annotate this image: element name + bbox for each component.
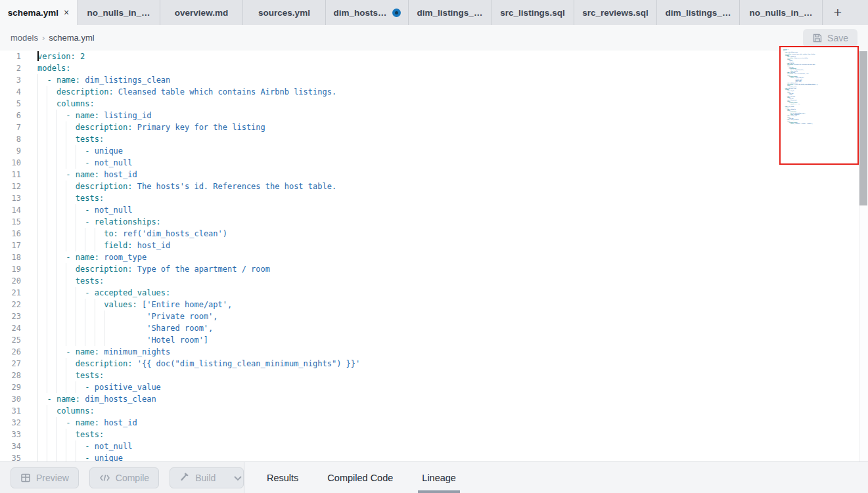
line-number: 9 (0, 145, 21, 157)
plus-icon: + (834, 5, 842, 20)
code-line: 10 - not_null (0, 157, 868, 169)
hammer-icon (179, 471, 190, 484)
tab-label: no_nulls_in_… (87, 8, 150, 18)
editor-scrollbar-thumb[interactable] (859, 51, 867, 205)
code-brackets-icon (99, 473, 110, 482)
editor-tab-2[interactable]: overview.md (160, 0, 243, 25)
line-number: 23 (0, 311, 21, 322)
active-tab-underline (418, 490, 460, 493)
editor-tab-3[interactable]: sources.yml (243, 0, 326, 25)
line-number: 2 (0, 62, 21, 74)
code-line: 26 - name: minimum_nights (0, 346, 868, 358)
line-number: 31 (0, 405, 21, 417)
code-line: 2models: (0, 62, 868, 74)
code-line: 20 tests: (0, 275, 868, 287)
editor-tab-4[interactable]: dim_hosts… (326, 0, 409, 25)
code-line: 3 - name: dim_listings_clean (0, 74, 868, 86)
code-line: 32 - name: host_id (0, 417, 868, 429)
minimap-red-highlight[interactable]: version: 2models: - name: dim_listings_c… (779, 46, 859, 165)
code-line: 29 - positive_value (0, 381, 868, 393)
code-line: 9 - unique (0, 145, 868, 157)
line-number: 6 (0, 110, 21, 121)
code-line: 23 'Private room', (0, 311, 868, 322)
preview-button[interactable]: Preview (11, 467, 79, 488)
breadcrumb-bar: models › schema.yml Save (0, 25, 868, 51)
chevron-right-icon: › (42, 33, 45, 43)
panel-tab-label: Lineage (422, 473, 456, 483)
breadcrumb-folder[interactable]: models (11, 33, 38, 43)
build-button[interactable]: Build (170, 468, 225, 488)
line-number: 33 (0, 429, 21, 440)
panel-tab-compiled-code[interactable]: Compiled Code (323, 462, 397, 493)
close-icon[interactable]: × (64, 8, 69, 17)
editor-tab-1[interactable]: no_nulls_in_… (78, 0, 160, 25)
line-number: 7 (0, 121, 21, 133)
code-line: 22 values: ['Entire home/apt', (0, 299, 868, 311)
line-number: 17 (0, 240, 21, 251)
code-line: 6 - name: listing_id (0, 110, 868, 121)
tab-label: sources.yml (258, 8, 310, 18)
tab-label: src_reviews.sql (582, 8, 649, 18)
code-editor[interactable]: 1version: 22models:3 - name: dim_listing… (0, 51, 868, 461)
code-line: 5 columns: (0, 98, 868, 110)
new-tab-button[interactable]: + (823, 0, 853, 25)
line-number: 30 (0, 393, 21, 405)
code-line: 21 - accepted_values: (0, 287, 868, 299)
code-line: 12 description: The hosts's id. Referenc… (0, 181, 868, 192)
code-line: 27 description: '{{ doc("dim_listing_cle… (0, 358, 868, 370)
editor-tab-bar: schema.yml×no_nulls_in_…overview.mdsourc… (0, 0, 868, 25)
editor-tab-0[interactable]: schema.yml× (0, 0, 78, 25)
compile-button[interactable]: Compile (89, 467, 159, 488)
build-button-group: Build (170, 467, 244, 488)
line-number: 35 (0, 452, 21, 461)
line-number: 21 (0, 287, 21, 299)
line-number: 8 (0, 133, 21, 145)
compile-button-label: Compile (116, 473, 149, 483)
code-line: 14 - not_null (0, 204, 868, 216)
tab-label: dim_hosts… (333, 8, 386, 18)
line-number: 12 (0, 181, 21, 192)
line-number: 32 (0, 417, 21, 429)
chevron-down-icon (233, 472, 242, 484)
editor-tab-7[interactable]: src_reviews.sql (574, 0, 657, 25)
code-line: 17 field: host_id (0, 240, 868, 251)
code-line: 30 - name: dim_hosts_clean (0, 393, 868, 405)
line-number: 28 (0, 370, 21, 381)
save-button[interactable]: Save (803, 29, 857, 47)
panel-tab-lineage[interactable]: Lineage (418, 462, 460, 493)
line-number: 14 (0, 204, 21, 216)
tab-label: src_listings.sql (500, 8, 564, 18)
editor-tab-5[interactable]: dim_listings_… (409, 0, 491, 25)
editor-tab-6[interactable]: src_listings.sql (491, 0, 574, 25)
code-line: 33 tests: (0, 429, 868, 440)
line-number: 27 (0, 358, 21, 370)
code-line: 31 columns: (0, 405, 868, 417)
build-button-label: Build (195, 473, 216, 483)
preview-button-label: Preview (36, 473, 69, 483)
code-line: 28 tests: (0, 370, 868, 381)
code-line: 8 tests: (0, 133, 868, 145)
code-lines: 1version: 22models:3 - name: dim_listing… (0, 51, 868, 461)
line-number: 5 (0, 98, 21, 110)
line-number: 15 (0, 216, 21, 228)
panel-tab-label: Results (267, 473, 298, 483)
code-line: 34 - not_null (0, 440, 868, 452)
save-floppy-icon (812, 33, 823, 43)
editor-tab-8[interactable]: dim_listings_… (657, 0, 740, 25)
line-number: 4 (0, 86, 21, 98)
code-line: 25 'Hotel room'] (0, 334, 868, 346)
code-line: 18 - name: room_type (0, 251, 868, 263)
code-line: 15 - relationships: (0, 216, 868, 228)
line-number: 3 (0, 74, 21, 86)
unsaved-changes-icon (392, 9, 401, 17)
editor-tab-9[interactable]: no_nulls_in_… (740, 0, 823, 25)
build-dropdown-button[interactable] (225, 468, 244, 488)
save-button-label: Save (827, 33, 848, 43)
code-line: 35 - unique (0, 452, 868, 461)
line-number: 1 (0, 51, 21, 62)
line-number: 20 (0, 275, 21, 287)
panel-tab-label: Compiled Code (327, 473, 393, 483)
bottom-panel: Preview Compile (0, 461, 868, 493)
panel-tab-results[interactable]: Results (263, 462, 302, 493)
table-grid-icon (20, 473, 31, 483)
